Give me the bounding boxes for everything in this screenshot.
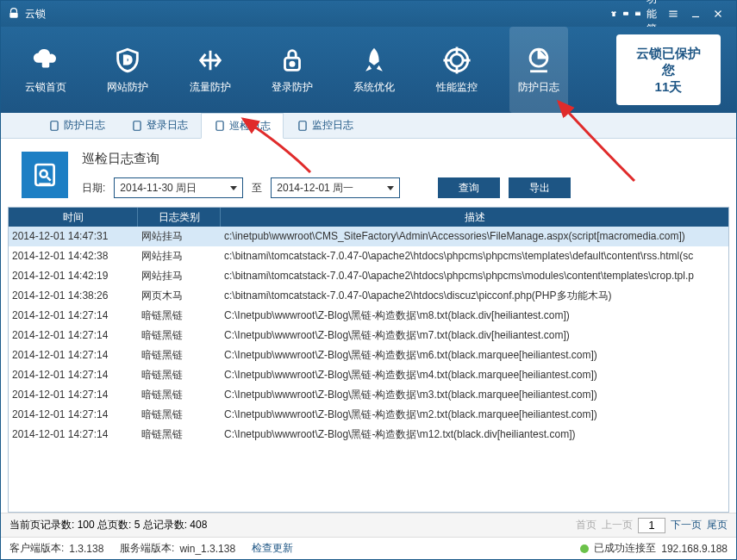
shirt-icon	[610, 10, 617, 17]
title-bar: 云锁 功能箱	[1, 1, 736, 27]
tab-monitor-log[interactable]: 监控日志	[284, 113, 366, 138]
pager-next[interactable]: 下一页	[671, 518, 702, 532]
nav-log[interactable]: 防护日志	[509, 27, 567, 113]
tab-inspect-log[interactable]: 巡检日志	[201, 113, 284, 139]
table-header: 时间 日志类别 描述	[9, 208, 728, 227]
cell-desc: C:\Inetpub\wwwroot\Z-Blog\黑链-构造数据\m3.txt…	[221, 388, 728, 402]
status-dot-icon	[580, 544, 589, 553]
cell-time: 2014-12-01 14:38:26	[9, 289, 138, 302]
cell-desc: C:\Inetpub\wwwroot\Z-Blog\黑链-构造数据\m2.txt…	[221, 408, 728, 422]
chat-icon	[622, 10, 629, 17]
traffic-icon	[196, 46, 225, 75]
cell-desc: c:\bitnami\tomcatstack-7.0.47-0\apache2\…	[221, 289, 728, 303]
pager-page-input[interactable]	[638, 518, 665, 533]
table-row[interactable]: 2014-12-01 14:27:14暗链黑链C:\Inetpub\wwwroo…	[9, 345, 728, 365]
app-title: 云锁	[25, 7, 46, 22]
tab-label: 巡检日志	[229, 119, 271, 134]
tab-label: 防护日志	[64, 118, 105, 133]
nav-traffic[interactable]: 流量防护	[181, 27, 239, 113]
pager-prev[interactable]: 上一页	[602, 518, 633, 532]
cell-category: 暗链黑链	[138, 348, 221, 363]
cell-time: 2014-12-01 14:27:14	[9, 369, 138, 381]
pager-last[interactable]: 尾页	[707, 518, 728, 532]
padlock-icon	[278, 46, 307, 75]
log-tabs: 防护日志 登录日志 巡检日志 监控日志	[1, 113, 736, 139]
doc-icon	[214, 120, 226, 132]
svg-rect-3	[635, 12, 640, 13]
nav-home[interactable]: 云锁首页	[16, 27, 74, 113]
table-row[interactable]: 2014-12-01 14:27:14暗链黑链C:\Inetpub\wwwroo…	[9, 385, 728, 405]
nav-perf[interactable]: 性能监控	[428, 27, 485, 113]
search-panel: 巡检日志查询 日期: 2014-11-30 周日 至 2014-12-01 周一…	[1, 139, 736, 207]
query-button[interactable]: 查询	[438, 177, 500, 198]
pager-first[interactable]: 首页	[576, 518, 596, 532]
nav-label: 系统优化	[353, 80, 395, 95]
nav-label: 网站防护	[107, 80, 148, 95]
cell-category: 暗链黑链	[138, 388, 221, 402]
tab-login-log[interactable]: 登录日志	[118, 113, 201, 138]
table-row[interactable]: 2014-12-01 14:38:26网页木马c:\bitnami\tomcat…	[9, 286, 728, 306]
target-icon	[442, 46, 472, 75]
conn-ip: 192.168.9.188	[661, 543, 728, 555]
svg-rect-0	[9, 13, 17, 18]
lock-icon	[8, 8, 20, 20]
date-to-select[interactable]: 2014-12-01 周一	[271, 177, 400, 198]
cell-category: 暗链黑链	[138, 368, 221, 383]
nav-label: 流量防护	[190, 80, 231, 95]
close-button[interactable]	[707, 4, 729, 23]
th-desc[interactable]: 描述	[221, 208, 728, 227]
cell-time: 2014-12-01 14:27:14	[9, 428, 138, 440]
svg-rect-14	[299, 121, 306, 130]
table-body[interactable]: 2014-12-01 14:47:31网站挂马c:\inetpub\wwwroo…	[9, 227, 728, 512]
date-from-value: 2014-11-30 周日	[120, 181, 197, 196]
pager: 当前页记录数: 100 总页数: 5 总记录数: 408 首页 上一页 下一页 …	[1, 513, 736, 537]
table-row[interactable]: 2014-12-01 14:47:31网站挂马c:\inetpub\wwwroo…	[9, 227, 728, 246]
date-from-select[interactable]: 2014-11-30 周日	[114, 177, 243, 198]
nav-system[interactable]: 系统优化	[346, 27, 403, 113]
cell-desc: C:\Inetpub\wwwroot\Z-Blog\黑链-构造数据\m6.txt…	[221, 348, 728, 363]
nav-label: 防护日志	[518, 80, 559, 95]
cell-desc: c:\bitnami\tomcatstack-7.0.47-0\apache2\…	[221, 270, 728, 282]
table-row[interactable]: 2014-12-01 14:27:14暗链黑链C:\Inetpub\wwwroo…	[9, 405, 728, 425]
minimize-button[interactable]	[684, 4, 707, 23]
log-table: 时间 日志类别 描述 2014-12-01 14:47:31网站挂马c:\ine…	[8, 207, 729, 513]
table-row[interactable]: 2014-12-01 14:27:14暗链黑链C:\Inetpub\wwwroo…	[9, 326, 728, 345]
nav-login[interactable]: 登录防护	[263, 27, 321, 113]
export-button[interactable]: 导出	[509, 177, 571, 198]
cell-time: 2014-12-01 14:27:14	[9, 349, 138, 361]
table-row[interactable]: 2014-12-01 14:27:14暗链黑链C:\Inetpub\wwwroo…	[9, 365, 728, 385]
th-category[interactable]: 日志类别	[138, 208, 221, 227]
date-to-value: 2014-12-01 周一	[277, 181, 353, 196]
tab-protect-log[interactable]: 防护日志	[35, 113, 118, 138]
check-update-link[interactable]: 检查更新	[252, 541, 293, 556]
table-row[interactable]: 2014-12-01 14:27:14暗链黑链C:\Inetpub\wwwroo…	[9, 306, 728, 326]
nav-website[interactable]: D 网站防护	[98, 27, 156, 113]
chevron-down-icon	[230, 186, 237, 190]
menu-button[interactable]	[662, 4, 684, 23]
cell-category: 网页木马	[138, 289, 221, 303]
th-time[interactable]: 时间	[9, 208, 138, 227]
box-icon	[634, 10, 641, 17]
client-ver: 1.3.138	[69, 543, 103, 555]
cell-desc: C:\Inetpub\wwwroot\Z-Blog\黑链-构造数据\m4.txt…	[221, 368, 728, 383]
doc-icon	[131, 120, 143, 132]
table-row[interactable]: 2014-12-01 14:42:19网站挂马c:\bitnami\tomcat…	[9, 266, 728, 286]
panel-title: 巡检日志查询	[82, 151, 715, 167]
doc-icon	[297, 120, 309, 132]
table-row[interactable]: 2014-12-01 14:42:38网站挂马c:\bitnami\tomcat…	[9, 246, 728, 266]
pager-summary: 当前页记录数: 100 总页数: 5 总记录数: 408	[9, 518, 207, 532]
rocket-icon	[359, 46, 389, 75]
inspect-icon	[31, 161, 59, 189]
table-row[interactable]: 2014-12-01 14:27:14暗链黑链C:\Inetpub\wwwroo…	[9, 425, 728, 445]
cloud-lock-icon	[31, 46, 60, 75]
pie-log-icon	[524, 46, 553, 75]
svg-rect-2	[635, 13, 640, 16]
nav-label: 登录防护	[272, 80, 313, 95]
doc-icon	[48, 120, 60, 132]
chevron-down-icon	[387, 186, 394, 190]
svg-point-16	[41, 170, 47, 177]
cell-category: 网站挂马	[138, 269, 221, 283]
nav-label: 云锁首页	[25, 80, 66, 95]
server-ver-label: 服务端版本:	[120, 541, 174, 556]
cell-time: 2014-12-01 14:27:14	[9, 389, 138, 401]
